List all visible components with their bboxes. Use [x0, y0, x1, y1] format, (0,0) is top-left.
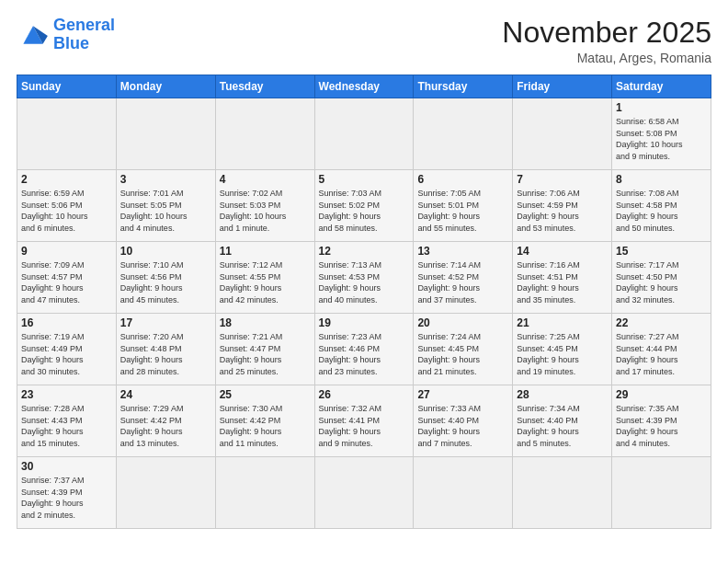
location: Matau, Arges, Romania — [502, 51, 711, 65]
calendar-table: SundayMondayTuesdayWednesdayThursdayFrid… — [17, 75, 711, 529]
calendar-cell: 21Sunrise: 7:25 AM Sunset: 4:45 PM Dayli… — [513, 314, 612, 385]
logo-text: General Blue — [53, 17, 115, 53]
calendar-header-friday: Friday — [513, 75, 612, 98]
day-number: 29 — [616, 388, 707, 401]
day-info: Sunrise: 7:35 AM Sunset: 4:39 PM Dayligh… — [616, 403, 707, 449]
calendar-cell — [513, 457, 612, 529]
calendar-week-1: 1Sunrise: 6:58 AM Sunset: 5:08 PM Daylig… — [17, 98, 711, 170]
day-info: Sunrise: 7:32 AM Sunset: 4:41 PM Dayligh… — [319, 403, 410, 449]
calendar-week-2: 2Sunrise: 6:59 AM Sunset: 5:06 PM Daylig… — [17, 170, 711, 242]
day-info: Sunrise: 7:06 AM Sunset: 4:59 PM Dayligh… — [517, 188, 608, 234]
calendar-cell — [314, 98, 414, 170]
day-info: Sunrise: 7:25 AM Sunset: 4:45 PM Dayligh… — [517, 331, 608, 377]
calendar-cell — [215, 98, 314, 170]
day-number: 27 — [417, 388, 508, 401]
day-number: 14 — [517, 245, 608, 258]
calendar-cell: 16Sunrise: 7:19 AM Sunset: 4:49 PM Dayli… — [17, 314, 117, 385]
day-number: 26 — [319, 388, 410, 401]
calendar-header-monday: Monday — [116, 75, 215, 98]
calendar-cell: 13Sunrise: 7:14 AM Sunset: 4:52 PM Dayli… — [414, 242, 513, 314]
calendar-cell: 5Sunrise: 7:03 AM Sunset: 5:02 PM Daylig… — [314, 170, 414, 242]
calendar-header-row: SundayMondayTuesdayWednesdayThursdayFrid… — [17, 75, 711, 98]
day-info: Sunrise: 6:59 AM Sunset: 5:06 PM Dayligh… — [21, 188, 112, 234]
logo: General Blue — [17, 17, 115, 53]
day-info: Sunrise: 7:24 AM Sunset: 4:45 PM Dayligh… — [417, 331, 508, 377]
day-number: 7 — [517, 173, 608, 186]
day-info: Sunrise: 7:16 AM Sunset: 4:51 PM Dayligh… — [517, 259, 608, 305]
day-number: 28 — [517, 388, 608, 401]
calendar-cell: 18Sunrise: 7:21 AM Sunset: 4:47 PM Dayli… — [215, 314, 314, 385]
day-number: 19 — [319, 316, 410, 329]
calendar-cell: 29Sunrise: 7:35 AM Sunset: 4:39 PM Dayli… — [612, 385, 711, 457]
day-number: 22 — [616, 316, 707, 329]
day-info: Sunrise: 7:08 AM Sunset: 4:58 PM Dayligh… — [616, 188, 707, 234]
day-number: 4 — [220, 173, 311, 186]
calendar-week-4: 16Sunrise: 7:19 AM Sunset: 4:49 PM Dayli… — [17, 314, 711, 385]
calendar-cell: 24Sunrise: 7:29 AM Sunset: 4:42 PM Dayli… — [116, 385, 215, 457]
day-number: 10 — [120, 245, 211, 258]
calendar-cell: 25Sunrise: 7:30 AM Sunset: 4:42 PM Dayli… — [215, 385, 314, 457]
calendar-cell: 23Sunrise: 7:28 AM Sunset: 4:43 PM Dayli… — [17, 385, 117, 457]
calendar-week-3: 9Sunrise: 7:09 AM Sunset: 4:57 PM Daylig… — [17, 242, 711, 314]
calendar-cell: 27Sunrise: 7:33 AM Sunset: 4:40 PM Dayli… — [414, 385, 513, 457]
day-info: Sunrise: 7:14 AM Sunset: 4:52 PM Dayligh… — [417, 259, 508, 305]
day-number: 8 — [616, 173, 707, 186]
day-number: 5 — [319, 173, 410, 186]
day-info: Sunrise: 7:19 AM Sunset: 4:49 PM Dayligh… — [21, 331, 112, 377]
day-number: 12 — [319, 245, 410, 258]
calendar-cell — [414, 457, 513, 529]
month-title: November 2025 — [502, 17, 711, 49]
day-info: Sunrise: 7:37 AM Sunset: 4:39 PM Dayligh… — [21, 475, 112, 521]
calendar-cell: 17Sunrise: 7:20 AM Sunset: 4:48 PM Dayli… — [116, 314, 215, 385]
day-number: 30 — [21, 460, 112, 473]
day-info: Sunrise: 7:33 AM Sunset: 4:40 PM Dayligh… — [417, 403, 508, 449]
calendar-cell — [314, 457, 414, 529]
calendar-header-thursday: Thursday — [414, 75, 513, 98]
calendar-cell: 6Sunrise: 7:05 AM Sunset: 5:01 PM Daylig… — [414, 170, 513, 242]
day-info: Sunrise: 7:28 AM Sunset: 4:43 PM Dayligh… — [21, 403, 112, 449]
day-info: Sunrise: 7:17 AM Sunset: 4:50 PM Dayligh… — [616, 259, 707, 305]
day-number: 23 — [21, 388, 112, 401]
calendar-cell — [215, 457, 314, 529]
calendar-cell: 1Sunrise: 6:58 AM Sunset: 5:08 PM Daylig… — [612, 98, 711, 170]
calendar-week-6: 30Sunrise: 7:37 AM Sunset: 4:39 PM Dayli… — [17, 457, 711, 529]
calendar-cell: 14Sunrise: 7:16 AM Sunset: 4:51 PM Dayli… — [513, 242, 612, 314]
page: General Blue November 2025 Matau, Arges,… — [0, 0, 728, 563]
logo-icon — [17, 21, 50, 49]
calendar-header-saturday: Saturday — [612, 75, 711, 98]
calendar-cell: 3Sunrise: 7:01 AM Sunset: 5:05 PM Daylig… — [116, 170, 215, 242]
calendar-cell: 12Sunrise: 7:13 AM Sunset: 4:53 PM Dayli… — [314, 242, 414, 314]
calendar-cell: 9Sunrise: 7:09 AM Sunset: 4:57 PM Daylig… — [17, 242, 117, 314]
calendar-header-wednesday: Wednesday — [314, 75, 414, 98]
calendar-cell: 7Sunrise: 7:06 AM Sunset: 4:59 PM Daylig… — [513, 170, 612, 242]
calendar-cell — [513, 98, 612, 170]
day-info: Sunrise: 7:09 AM Sunset: 4:57 PM Dayligh… — [21, 259, 112, 305]
calendar-cell — [116, 98, 215, 170]
calendar-cell: 30Sunrise: 7:37 AM Sunset: 4:39 PM Dayli… — [17, 457, 117, 529]
day-number: 21 — [517, 316, 608, 329]
day-info: Sunrise: 7:27 AM Sunset: 4:44 PM Dayligh… — [616, 331, 707, 377]
day-info: Sunrise: 7:02 AM Sunset: 5:03 PM Dayligh… — [220, 188, 311, 234]
day-info: Sunrise: 7:34 AM Sunset: 4:40 PM Dayligh… — [517, 403, 608, 449]
calendar-cell: 28Sunrise: 7:34 AM Sunset: 4:40 PM Dayli… — [513, 385, 612, 457]
day-info: Sunrise: 7:23 AM Sunset: 4:46 PM Dayligh… — [319, 331, 410, 377]
calendar-cell: 15Sunrise: 7:17 AM Sunset: 4:50 PM Dayli… — [612, 242, 711, 314]
calendar-cell — [612, 457, 711, 529]
day-info: Sunrise: 7:20 AM Sunset: 4:48 PM Dayligh… — [120, 331, 211, 377]
calendar-cell: 20Sunrise: 7:24 AM Sunset: 4:45 PM Dayli… — [414, 314, 513, 385]
header: General Blue November 2025 Matau, Arges,… — [17, 17, 711, 65]
day-info: Sunrise: 6:58 AM Sunset: 5:08 PM Dayligh… — [616, 116, 707, 162]
calendar-cell — [116, 457, 215, 529]
day-number: 11 — [220, 245, 311, 258]
day-number: 25 — [220, 388, 311, 401]
day-number: 2 — [21, 173, 112, 186]
calendar-header-sunday: Sunday — [17, 75, 117, 98]
title-block: November 2025 Matau, Arges, Romania — [502, 17, 711, 65]
day-info: Sunrise: 7:10 AM Sunset: 4:56 PM Dayligh… — [120, 259, 211, 305]
day-number: 17 — [120, 316, 211, 329]
calendar-cell — [414, 98, 513, 170]
calendar-cell: 10Sunrise: 7:10 AM Sunset: 4:56 PM Dayli… — [116, 242, 215, 314]
calendar-cell: 8Sunrise: 7:08 AM Sunset: 4:58 PM Daylig… — [612, 170, 711, 242]
day-number: 15 — [616, 245, 707, 258]
day-number: 9 — [21, 245, 112, 258]
